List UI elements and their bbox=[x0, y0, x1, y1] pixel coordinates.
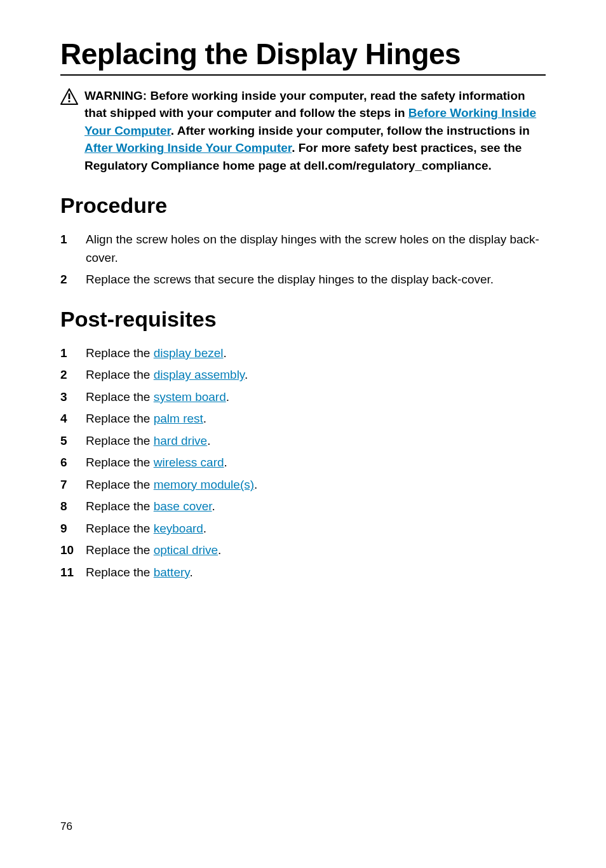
list-number: 8 bbox=[60, 498, 86, 516]
list-prefix: Replace the bbox=[86, 543, 154, 557]
list-item: 7 Replace the memory module(s). bbox=[60, 476, 546, 494]
list-item: 3 Replace the system board. bbox=[60, 388, 546, 407]
link-hard-drive[interactable]: hard drive bbox=[154, 434, 208, 447]
list-item: 5 Replace the hard drive. bbox=[60, 432, 546, 451]
link-display-bezel[interactable]: display bezel bbox=[154, 346, 224, 360]
list-item: 2 Replace the screws that secure the dis… bbox=[60, 271, 546, 289]
link-battery[interactable]: battery bbox=[154, 566, 190, 579]
list-number: 3 bbox=[60, 388, 86, 407]
list-number: 2 bbox=[60, 271, 86, 289]
list-text: Replace the memory module(s). bbox=[86, 476, 546, 494]
list-prefix: Replace the bbox=[86, 368, 154, 381]
list-suffix: . bbox=[226, 390, 229, 403]
warning-text: WARNING: Before working inside your comp… bbox=[84, 87, 546, 175]
list-text: Replace the system board. bbox=[86, 388, 546, 407]
list-suffix: . bbox=[189, 566, 192, 579]
list-number: 9 bbox=[60, 520, 86, 538]
list-suffix: . bbox=[203, 412, 206, 425]
list-suffix: . bbox=[203, 522, 206, 535]
list-prefix: Replace the bbox=[86, 478, 154, 491]
list-prefix: Replace the bbox=[86, 566, 154, 579]
list-number: 1 bbox=[60, 344, 86, 363]
list-prefix: Replace the bbox=[86, 522, 154, 535]
link-system-board[interactable]: system board bbox=[154, 390, 226, 403]
list-item: 8 Replace the base cover. bbox=[60, 498, 546, 516]
list-number: 10 bbox=[60, 541, 86, 560]
list-item: 4 Replace the palm rest. bbox=[60, 410, 546, 428]
list-text: Replace the optical drive. bbox=[86, 541, 546, 560]
procedure-list: 1 Align the screw holes on the display h… bbox=[60, 231, 546, 289]
link-after-working[interactable]: After Working Inside Your Computer bbox=[84, 141, 292, 154]
list-suffix: . bbox=[224, 346, 227, 360]
list-number: 1 bbox=[60, 231, 86, 249]
list-prefix: Replace the bbox=[86, 412, 154, 425]
title-underline bbox=[60, 74, 546, 76]
list-suffix: . bbox=[254, 478, 257, 491]
list-suffix: . bbox=[218, 543, 221, 557]
warning-icon bbox=[60, 87, 78, 110]
list-prefix: Replace the bbox=[86, 499, 154, 513]
list-suffix: . bbox=[207, 434, 210, 447]
list-suffix: . bbox=[245, 368, 248, 381]
list-text: Replace the battery. bbox=[86, 564, 546, 582]
list-number: 2 bbox=[60, 366, 86, 384]
list-number: 4 bbox=[60, 410, 86, 428]
list-number: 6 bbox=[60, 454, 86, 472]
heading-procedure: Procedure bbox=[60, 193, 546, 218]
heading-post-requisites: Post-requisites bbox=[60, 307, 546, 332]
link-base-cover[interactable]: base cover bbox=[154, 499, 212, 513]
page-title: Replacing the Display Hinges bbox=[60, 38, 546, 71]
postreq-list: 1 Replace the display bezel. 2 Replace t… bbox=[60, 344, 546, 582]
svg-rect-2 bbox=[69, 100, 71, 102]
list-text: Replace the display bezel. bbox=[86, 344, 546, 363]
list-item: 6 Replace the wireless card. bbox=[60, 454, 546, 472]
list-text: Replace the base cover. bbox=[86, 498, 546, 516]
link-palm-rest[interactable]: palm rest bbox=[154, 412, 203, 425]
list-prefix: Replace the bbox=[86, 346, 154, 360]
warning-block: WARNING: Before working inside your comp… bbox=[60, 87, 546, 175]
list-prefix: Replace the bbox=[86, 456, 154, 469]
list-suffix: . bbox=[224, 456, 227, 469]
link-wireless-card[interactable]: wireless card bbox=[154, 456, 224, 469]
list-text: Align the screw holes on the display hin… bbox=[86, 231, 546, 267]
list-prefix: Replace the bbox=[86, 434, 154, 447]
list-item: 1 Replace the display bezel. bbox=[60, 344, 546, 363]
list-suffix: . bbox=[212, 499, 215, 513]
list-item: 11 Replace the battery. bbox=[60, 564, 546, 582]
list-item: 2 Replace the display assembly. bbox=[60, 366, 546, 384]
svg-rect-1 bbox=[69, 93, 71, 99]
list-number: 5 bbox=[60, 432, 86, 451]
list-item: 1 Align the screw holes on the display h… bbox=[60, 231, 546, 267]
list-prefix: Replace the bbox=[86, 390, 154, 403]
list-text: Replace the display assembly. bbox=[86, 366, 546, 384]
list-item: 9 Replace the keyboard. bbox=[60, 520, 546, 538]
list-text: Replace the keyboard. bbox=[86, 520, 546, 538]
link-display-assembly[interactable]: display assembly bbox=[154, 368, 245, 381]
list-number: 11 bbox=[60, 564, 86, 582]
link-memory-modules[interactable]: memory module(s) bbox=[154, 478, 254, 491]
document-page: Replacing the Display Hinges WARNING: Be… bbox=[0, 0, 606, 868]
page-number: 76 bbox=[60, 820, 72, 833]
list-text: Replace the wireless card. bbox=[86, 454, 546, 472]
list-item: 10 Replace the optical drive. bbox=[60, 541, 546, 560]
link-keyboard[interactable]: keyboard bbox=[154, 522, 203, 535]
list-text: Replace the screws that secure the displ… bbox=[86, 271, 546, 289]
warning-mid1: . After working inside your computer, fo… bbox=[171, 124, 530, 137]
list-text: Replace the palm rest. bbox=[86, 410, 546, 428]
list-text: Replace the hard drive. bbox=[86, 432, 546, 451]
list-number: 7 bbox=[60, 476, 86, 494]
link-optical-drive[interactable]: optical drive bbox=[154, 543, 218, 557]
